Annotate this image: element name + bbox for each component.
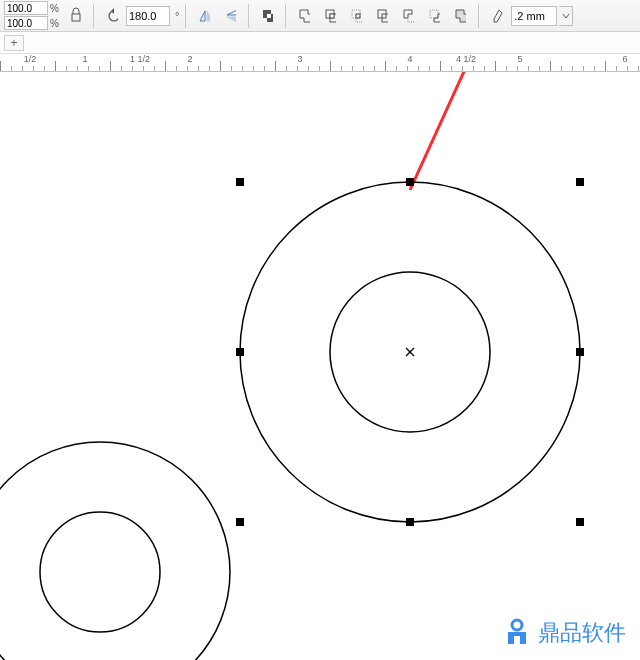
trim-icon	[324, 8, 336, 24]
scale-x-input[interactable]	[4, 1, 48, 15]
separator	[285, 4, 286, 28]
ruler-label: 2	[187, 54, 192, 64]
scale-y-unit: %	[50, 18, 59, 29]
simplify-icon	[376, 8, 388, 24]
ruler-label: 5	[517, 54, 522, 64]
svg-rect-0	[72, 14, 80, 21]
back-minus-front-icon	[428, 8, 440, 24]
intersect-button[interactable]	[344, 4, 368, 28]
lock-icon	[69, 7, 81, 25]
separator	[248, 4, 249, 28]
svg-rect-13	[430, 10, 438, 18]
horizontal-ruler: 1/211 1/22344 1/256	[0, 54, 640, 72]
scale-group: % %	[4, 1, 59, 31]
scale-y-input[interactable]	[4, 16, 48, 30]
outline-pen-icon	[491, 8, 503, 24]
watermark-logo-icon	[502, 618, 532, 648]
ruler-label: 3	[297, 54, 302, 64]
svg-point-18	[512, 620, 522, 630]
svg-line-14	[410, 72, 482, 190]
svg-rect-3	[267, 14, 271, 18]
lock-ratio-button[interactable]	[63, 4, 87, 28]
rotation-input[interactable]	[126, 6, 170, 26]
shape-circle-small-outer[interactable]	[0, 442, 230, 660]
mirror-horizontal-icon	[198, 8, 210, 24]
separator	[93, 4, 94, 28]
trim-button[interactable]	[318, 4, 342, 28]
simplify-button[interactable]	[370, 4, 394, 28]
drawing-canvas[interactable]	[0, 72, 640, 620]
ruler-label: 1/2	[24, 54, 37, 64]
sel-handle-ml[interactable]	[236, 348, 244, 356]
mirror-vertical-button[interactable]	[218, 4, 242, 28]
new-tab-button[interactable]: +	[4, 35, 24, 51]
svg-rect-6	[330, 14, 334, 18]
selection-center-marker	[406, 348, 414, 356]
ruler-label: 4 1/2	[456, 54, 476, 64]
boundary-icon	[454, 8, 466, 24]
shape-circle-small-inner[interactable]	[40, 512, 160, 632]
annotation-arrow	[410, 72, 490, 190]
document-tab-bar: +	[0, 32, 640, 54]
ruler-label: 1 1/2	[130, 54, 150, 64]
svg-rect-21	[508, 632, 526, 636]
weld-button[interactable]	[292, 4, 316, 28]
ruler-label: 4	[407, 54, 412, 64]
line-width-dropdown[interactable]	[559, 6, 573, 26]
degree-icon: °	[175, 10, 179, 22]
watermark: 鼎品软件	[502, 618, 626, 648]
ruler-label: 6	[622, 54, 627, 64]
scale-x-unit: %	[50, 3, 59, 14]
mirror-horizontal-button[interactable]	[192, 4, 216, 28]
combine-icon	[261, 8, 273, 24]
outline-pen-button[interactable]	[485, 4, 509, 28]
separator	[185, 4, 186, 28]
sel-handle-bm[interactable]	[406, 518, 414, 526]
chevron-down-icon	[562, 12, 570, 20]
sel-handle-tm[interactable]	[406, 178, 414, 186]
weld-icon	[298, 8, 310, 24]
sel-handle-bl[interactable]	[236, 518, 244, 526]
combine-button[interactable]	[255, 4, 279, 28]
boundary-button[interactable]	[448, 4, 472, 28]
rotate-ccw-icon	[106, 8, 118, 24]
front-minus-back-button[interactable]	[396, 4, 420, 28]
sel-handle-mr[interactable]	[576, 348, 584, 356]
svg-rect-12	[408, 14, 414, 22]
sel-handle-tl[interactable]	[236, 178, 244, 186]
ruler-label: 1	[82, 54, 87, 64]
sel-handle-br[interactable]	[576, 518, 584, 526]
mirror-vertical-icon	[224, 8, 236, 24]
front-minus-back-icon	[402, 8, 414, 24]
separator	[478, 4, 479, 28]
rotate-ccw-button[interactable]	[100, 4, 124, 28]
line-width-input[interactable]	[511, 6, 557, 26]
intersect-icon	[350, 8, 362, 24]
watermark-text: 鼎品软件	[538, 618, 626, 648]
property-toolbar: % % °	[0, 0, 640, 32]
back-minus-front-button[interactable]	[422, 4, 446, 28]
sel-handle-tr[interactable]	[576, 178, 584, 186]
svg-rect-9	[356, 14, 360, 18]
